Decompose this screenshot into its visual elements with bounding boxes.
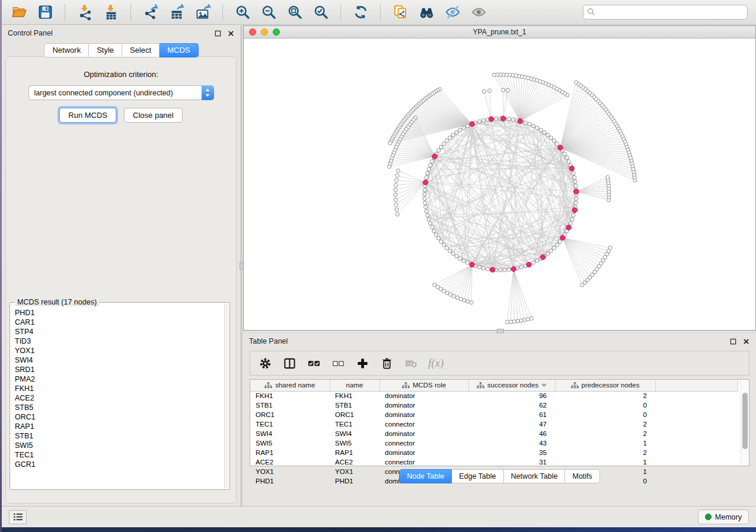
table-row[interactable]: STB1STB1dominator620 xyxy=(250,400,738,410)
export-network-icon[interactable] xyxy=(142,4,160,21)
close-panel-button[interactable]: Close panel xyxy=(124,108,183,123)
cell-mcds_role[interactable]: dominator xyxy=(379,410,468,419)
close-panel-icon[interactable] xyxy=(742,338,750,345)
panel-menu-button[interactable] xyxy=(9,510,27,524)
table-row[interactable]: SWI4SWI4dominator462 xyxy=(250,429,738,438)
cell-predecessor_nodes[interactable]: 2 xyxy=(555,429,655,438)
dominator-node[interactable] xyxy=(511,267,516,271)
float-panel-icon[interactable] xyxy=(214,30,222,37)
column-header-name[interactable]: name xyxy=(330,380,379,391)
cell-name[interactable]: ACE2 xyxy=(330,457,379,467)
dominator-node[interactable] xyxy=(540,255,545,259)
mcds-result-item[interactable]: FKH1 xyxy=(11,384,224,393)
cell-successor_nodes[interactable]: 62 xyxy=(468,400,555,410)
open-file-icon[interactable] xyxy=(10,4,28,21)
cell-name[interactable]: ORC1 xyxy=(330,410,379,419)
mcds-result-item[interactable]: CAR1 xyxy=(11,318,224,327)
show-hidden-icon[interactable] xyxy=(470,4,487,21)
zoom-out-icon[interactable] xyxy=(260,4,277,21)
cell-name[interactable]: SWI5 xyxy=(330,438,379,448)
cell-successor_nodes[interactable]: 35 xyxy=(468,448,555,457)
cell-predecessor_nodes[interactable]: 2 xyxy=(555,448,655,457)
cell-successor_nodes[interactable]: 43 xyxy=(468,438,555,448)
cell-shared_name[interactable]: SWI4 xyxy=(250,429,330,438)
add-column-icon[interactable] xyxy=(355,356,369,370)
table-row[interactable]: RAP1RAP1dominator352 xyxy=(250,448,738,457)
cell-mcds_role[interactable]: connector xyxy=(379,438,468,448)
column-header-predecessor-nodes[interactable]: predecessor nodes xyxy=(555,380,655,391)
cell-predecessor_nodes[interactable]: 0 xyxy=(555,410,655,419)
mcds-result-item[interactable]: PMA2 xyxy=(11,374,224,384)
mcds-list-scrollbar[interactable] xyxy=(224,303,229,489)
dominator-node[interactable] xyxy=(560,235,565,240)
cell-shared_name[interactable]: ACE2 xyxy=(250,457,330,467)
mcds-result-item[interactable]: STP4 xyxy=(11,327,224,336)
mcds-result-item[interactable]: GCR1 xyxy=(11,460,224,469)
table-row[interactable]: SWI5SWI5connector431 xyxy=(250,438,738,448)
tab-network[interactable]: Network xyxy=(44,43,89,57)
cell-predecessor_nodes[interactable]: 2 xyxy=(555,419,655,429)
mcds-result-item[interactable]: PHD1 xyxy=(11,308,224,318)
cell-mcds_role[interactable]: dominator xyxy=(379,391,468,400)
cell-mcds_role[interactable]: dominator xyxy=(379,400,468,410)
mcds-result-item[interactable]: ACE2 xyxy=(11,393,224,403)
network-canvas[interactable] xyxy=(244,39,755,330)
mcds-result-item[interactable]: STB5 xyxy=(11,403,224,412)
cell-shared_name[interactable]: ORC1 xyxy=(250,410,330,419)
zoom-fit-icon[interactable] xyxy=(286,4,304,21)
export-table-icon[interactable] xyxy=(168,4,186,21)
tab-edge-table[interactable]: Edge Table xyxy=(452,469,503,483)
dominator-node[interactable] xyxy=(558,145,563,150)
dominator-node[interactable] xyxy=(569,166,574,171)
optimization-criterion-select[interactable]: largest connected component (undirected) xyxy=(28,85,214,100)
refresh-icon[interactable] xyxy=(352,4,369,21)
dominator-node[interactable] xyxy=(490,267,495,272)
tab-mcds[interactable]: MCDS xyxy=(160,43,198,57)
dominator-node[interactable] xyxy=(470,121,474,126)
cell-name[interactable]: STB1 xyxy=(330,400,379,410)
dominator-node[interactable] xyxy=(500,116,505,121)
dominator-node[interactable] xyxy=(518,118,522,123)
settings-icon[interactable] xyxy=(258,356,272,370)
table-scrollbar-thumb[interactable] xyxy=(742,393,748,449)
cell-successor_nodes[interactable]: 96 xyxy=(468,391,555,400)
cell-mcds_role[interactable]: connector xyxy=(379,457,468,467)
table-row[interactable]: FKH1FKH1dominator962 xyxy=(250,391,738,400)
dominator-node[interactable] xyxy=(470,262,474,267)
dominator-node[interactable] xyxy=(432,154,437,159)
mcds-result-item[interactable]: STB1 xyxy=(11,431,224,441)
cell-shared_name[interactable]: STB1 xyxy=(250,400,330,410)
dominator-node[interactable] xyxy=(423,180,428,185)
column-layout-icon[interactable] xyxy=(282,356,296,370)
zoom-in-icon[interactable] xyxy=(234,4,251,21)
tab-network-table[interactable]: Network Table xyxy=(504,469,566,483)
mcds-result-item[interactable]: RAP1 xyxy=(11,422,224,431)
tab-style[interactable]: Style xyxy=(89,43,122,57)
mcds-result-item[interactable]: SWI5 xyxy=(11,441,224,450)
import-network-icon[interactable] xyxy=(76,4,94,21)
cell-name[interactable]: FKH1 xyxy=(330,391,379,400)
hide-selected-icon[interactable] xyxy=(444,4,461,21)
dominator-node[interactable] xyxy=(572,207,577,212)
table-row[interactable]: ACE2ACE2connector311 xyxy=(250,457,738,467)
table-scrollbar[interactable] xyxy=(741,380,749,466)
save-icon[interactable] xyxy=(36,4,54,21)
cell-name[interactable]: SWI4 xyxy=(330,429,379,438)
mcds-result-item[interactable]: ORC1 xyxy=(11,412,224,422)
show-all-icon[interactable] xyxy=(417,4,435,21)
run-mcds-button[interactable]: Run MCDS xyxy=(59,108,116,123)
network-window-titlebar[interactable]: YPA_prune.txt_1 xyxy=(244,26,755,39)
dominator-node[interactable] xyxy=(566,225,571,230)
search-input[interactable] xyxy=(583,5,748,20)
cell-predecessor_nodes[interactable]: 0 xyxy=(555,400,655,410)
cell-shared_name[interactable]: TEC1 xyxy=(250,419,330,429)
select-all-icon[interactable] xyxy=(307,356,321,370)
mcds-result-item[interactable]: SWI4 xyxy=(11,355,224,365)
cell-shared_name[interactable]: FKH1 xyxy=(250,391,330,400)
float-panel-icon[interactable] xyxy=(729,338,737,345)
cell-mcds_role[interactable]: dominator xyxy=(379,448,468,457)
import-table-icon[interactable] xyxy=(102,4,120,21)
deselect-all-icon[interactable] xyxy=(331,356,345,370)
cell-successor_nodes[interactable]: 31 xyxy=(468,457,555,467)
dominator-node[interactable] xyxy=(574,189,579,194)
